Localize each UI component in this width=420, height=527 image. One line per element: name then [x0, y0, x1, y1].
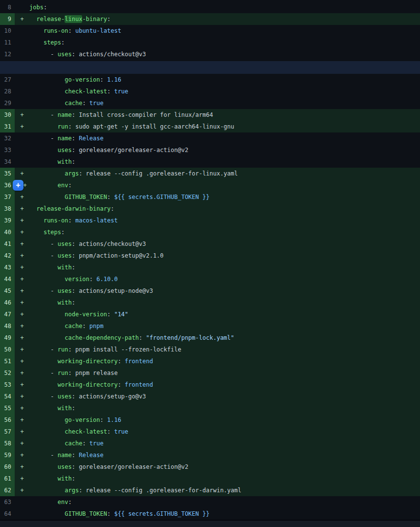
line-number[interactable]: 43 [0, 262, 15, 273]
line-number[interactable]: 44 [0, 273, 15, 285]
diff-line-added: 61+ with: [0, 473, 420, 484]
diff-add-marker: + [15, 238, 29, 250]
line-number[interactable]: 51 [0, 355, 15, 367]
diff-line-added: 53+ working-directory: frontend [0, 379, 420, 391]
line-number[interactable]: 64 [0, 508, 15, 520]
diff-add-marker: + [15, 215, 29, 226]
diff-add-marker: + [15, 414, 29, 426]
code-text: env: [29, 179, 420, 191]
line-number[interactable]: 56 [0, 414, 15, 426]
line-number[interactable]: 63 [0, 496, 15, 508]
line-number[interactable]: 47 [0, 308, 15, 320]
line-number[interactable]: 27 [0, 74, 15, 86]
diff-add-marker: + [15, 473, 29, 484]
line-number[interactable]: 55 [0, 402, 15, 414]
diff-add-marker: + [15, 109, 29, 121]
code-text: with: [29, 156, 420, 168]
line-number[interactable]: 34 [0, 156, 15, 168]
code-text: cache: true [29, 97, 420, 109]
diff-add-marker: + [15, 344, 29, 355]
line-number[interactable]: 53 [0, 379, 15, 391]
diff-line-added: 31+ run: sudo apt-get -y install gcc-aar… [0, 121, 420, 132]
line-number[interactable]: 30 [0, 109, 15, 121]
diff-add-marker: + [15, 355, 29, 367]
code-text: uses: goreleaser/goreleaser-action@v2 [29, 144, 420, 156]
line-number[interactable]: 8 [0, 1, 15, 13]
line-number[interactable]: 11 [0, 37, 15, 48]
code-text: - name: Release [29, 449, 420, 461]
line-number[interactable]: 45 [0, 285, 15, 297]
line-number[interactable]: 61 [0, 473, 15, 484]
code-text: node-version: "14" [29, 308, 420, 320]
expand-hidden-lines-row[interactable] [0, 61, 420, 74]
line-number[interactable]: 33 [0, 144, 15, 156]
line-number[interactable]: 31 [0, 121, 15, 132]
line-number[interactable]: 39 [0, 215, 15, 226]
line-number[interactable]: 35 [0, 168, 15, 179]
diff-line-added: 39+ runs-on: macos-latest [0, 215, 420, 226]
diff-add-marker: + [15, 13, 29, 25]
diff-line-added: 38+ release-darwin-binary: [0, 203, 420, 215]
add-comment-button[interactable]: + [13, 180, 23, 191]
diff-line-added: 59+ - name: Release [0, 449, 420, 461]
line-number[interactable]: 29 [0, 97, 15, 109]
diff-footer-divider [0, 520, 420, 527]
diff-add-marker [15, 508, 29, 520]
code-text: - run: pnpm release [29, 367, 420, 379]
line-number[interactable]: 28 [0, 86, 15, 97]
diff-line-context: 11 steps: [0, 37, 420, 48]
diff-line-context: 27 go-version: 1.16 [0, 74, 420, 86]
diff-add-marker: + [15, 379, 29, 391]
line-number[interactable]: 42 [0, 250, 15, 262]
diff-add-marker: + [15, 285, 29, 297]
diff-line-added: 51+ working-directory: frontend [0, 355, 420, 367]
diff-add-marker [15, 144, 29, 156]
code-text: run: sudo apt-get -y install gcc-aarch64… [29, 121, 420, 132]
diff-add-marker: + [15, 332, 29, 344]
diff-add-marker: + [15, 121, 29, 132]
diff-line-added: 36+ env:+ [0, 179, 420, 191]
line-number[interactable]: 40 [0, 226, 15, 238]
line-number[interactable]: 49 [0, 332, 15, 344]
line-number[interactable]: 54 [0, 391, 15, 402]
diff-add-marker: + [15, 426, 29, 438]
diff-add-marker: + [15, 391, 29, 402]
code-text: - uses: actions/setup-node@v3 [29, 285, 420, 297]
diff-line-context: 32 - name: Release [0, 132, 420, 144]
diff-line-context: 28 check-latest: true [0, 86, 420, 97]
diff-add-marker: + [15, 461, 29, 473]
line-number[interactable]: 38 [0, 203, 15, 215]
diff-line-added: 55+ with: [0, 402, 420, 414]
diff-add-marker: + [15, 191, 29, 203]
diff-line-added: 44+ version: 6.10.0 [0, 273, 420, 285]
line-number[interactable]: 52 [0, 367, 15, 379]
code-text: check-latest: true [29, 426, 420, 438]
diff-add-marker: + [15, 484, 29, 496]
diff-line-added: 49+ cache-dependency-path: "frontend/pnp… [0, 332, 420, 344]
diff-line-added: 50+ - run: pnpm install --frozen-lockfil… [0, 344, 420, 355]
line-number[interactable]: 62 [0, 484, 15, 496]
line-number[interactable]: 60 [0, 461, 15, 473]
line-number[interactable]: 57 [0, 426, 15, 438]
code-text: with: [29, 262, 420, 273]
line-number[interactable]: 32 [0, 132, 15, 144]
line-number[interactable]: 46 [0, 297, 15, 308]
line-number[interactable]: 10 [0, 25, 15, 37]
line-number[interactable]: 50 [0, 344, 15, 355]
line-number[interactable]: 37 [0, 191, 15, 203]
diff-line-context: 34 with: [0, 156, 420, 168]
diff-line-added: 43+ with: [0, 262, 420, 273]
code-text: args: release --config .goreleaser-for-d… [29, 484, 420, 496]
diff-line-added: 57+ check-latest: true [0, 426, 420, 438]
line-number[interactable]: 12 [0, 48, 15, 60]
diff-add-marker: + [15, 250, 29, 262]
line-number[interactable]: 58 [0, 438, 15, 449]
line-number[interactable]: 59 [0, 449, 15, 461]
diff-add-marker: + [15, 308, 29, 320]
diff-line-added: 42+ - uses: pnpm/action-setup@v2.1.0 [0, 250, 420, 262]
line-number[interactable]: 48 [0, 320, 15, 332]
diff-add-marker: + [15, 297, 29, 308]
diff-add-marker: + [15, 367, 29, 379]
line-number[interactable]: 9 [0, 13, 15, 25]
line-number[interactable]: 41 [0, 238, 15, 250]
